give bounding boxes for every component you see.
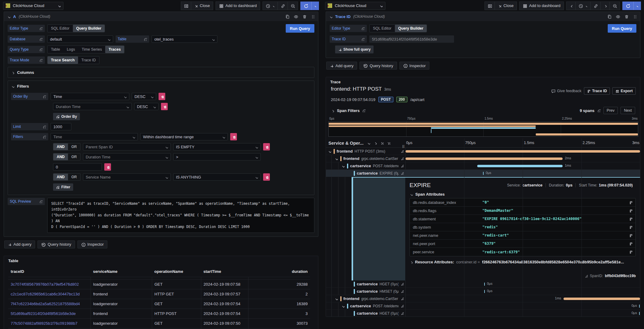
- span-link-icon[interactable]: [400, 312, 404, 315]
- span-row[interactable]: cartservice HGET (0μs) 0μs: [326, 310, 640, 317]
- column-resize-handle[interactable]: ||: [402, 145, 405, 148]
- span-row-selected[interactable]: cartservice EXPIRE (0μs 0μs: [326, 170, 640, 177]
- query-type-traces[interactable]: Traces: [105, 46, 124, 53]
- info-icon[interactable]: [597, 109, 601, 112]
- span-bar-lane[interactable]: 0μs: [405, 302, 640, 309]
- inspector-button[interactable]: Inspector: [77, 240, 107, 248]
- table-select[interactable]: otel_traces: [152, 35, 217, 43]
- copy-icon[interactable]: [629, 226, 632, 229]
- query-type-logs[interactable]: Logs: [63, 46, 78, 53]
- span-row[interactable]: cartservice POST /oteldemo 0μs: [326, 302, 640, 310]
- query-type-table[interactable]: Table: [48, 46, 63, 53]
- or-option[interactable]: OR: [68, 174, 80, 180]
- filter-operator-select[interactable]: >: [173, 153, 261, 161]
- trace-minimap[interactable]: 0μs 750μs 1.5ms 2.25ms 3ms: [328, 117, 638, 137]
- delete-query-icon[interactable]: [302, 14, 306, 19]
- filters-section-header[interactable]: Filters: [11, 83, 311, 89]
- datasource-picker[interactable]: ClickHouse Cloud: [3, 2, 63, 10]
- or-option[interactable]: OR: [68, 143, 80, 150]
- next-span-button[interactable]: Next: [621, 107, 635, 114]
- filter-field-select[interactable]: Parent Span ID: [83, 143, 171, 150]
- chevron-right-icon[interactable]: [374, 141, 377, 145]
- chevron-down-icon[interactable]: [328, 150, 332, 153]
- time-picker-button[interactable]: [576, 2, 591, 10]
- run-query-button[interactable]: Run Query: [608, 24, 636, 33]
- disable-query-eye-icon[interactable]: [616, 14, 620, 19]
- info-icon[interactable]: [39, 48, 43, 51]
- query-type-time-series[interactable]: Time Series: [78, 46, 105, 53]
- order-by-direction-select[interactable]: DESC: [132, 93, 156, 100]
- drag-handle-icon[interactable]: [633, 14, 637, 19]
- info-icon[interactable]: [39, 200, 43, 203]
- double-chevron-right-icon[interactable]: [387, 141, 390, 145]
- drag-handle-icon[interactable]: [311, 14, 315, 19]
- span-bar-lane[interactable]: 0μs: [405, 170, 640, 177]
- cell-traceid[interactable]: 7f47c62234b6bd2a5a62521875588bd4: [8, 299, 91, 309]
- span-link-icon[interactable]: [400, 157, 404, 160]
- col-header-duration[interactable]: duration: [248, 267, 310, 277]
- filter-field-select[interactable]: Time: [51, 133, 138, 140]
- run-refresh-button[interactable]: [622, 2, 633, 10]
- duplicate-query-icon[interactable]: [285, 14, 289, 19]
- zoom-out-button[interactable]: [288, 2, 298, 10]
- export-button[interactable]: Export: [612, 87, 636, 95]
- col-header-traceid[interactable]: traceID: [8, 267, 91, 277]
- close-pane-button[interactable]: Close: [191, 2, 213, 10]
- filter-operator-select[interactable]: Within dashboard time range: [140, 133, 228, 140]
- filter-field-select[interactable]: Duration Time: [83, 153, 171, 161]
- col-header-servicename[interactable]: serviceName: [91, 267, 152, 277]
- refresh-interval-dropdown[interactable]: [633, 2, 641, 10]
- span-filters-label[interactable]: Span Filters: [337, 108, 360, 113]
- span-bar-lane[interactable]: 0μs: [405, 288, 640, 295]
- add-filter-button[interactable]: Filter: [53, 183, 73, 191]
- double-chevron-down-icon[interactable]: [380, 141, 384, 145]
- inspector-button[interactable]: Inspector: [399, 62, 429, 70]
- copy-icon[interactable]: [629, 250, 632, 254]
- info-icon[interactable]: [144, 38, 147, 41]
- span-bar-lane[interactable]: [405, 148, 640, 155]
- database-select[interactable]: default: [47, 35, 113, 43]
- sql-editor-option[interactable]: SQL Editor: [370, 25, 395, 32]
- share-link-button[interactable]: [278, 2, 288, 10]
- cell-traceid[interactable]: 77fc5074882af98925b1f76c091988b7: [8, 318, 91, 328]
- span-bar-lane[interactable]: 1ms: [405, 295, 640, 302]
- copy-icon[interactable]: [629, 209, 632, 212]
- chevron-right-icon[interactable]: [331, 109, 334, 112]
- chevron-down-icon[interactable]: [341, 304, 345, 308]
- info-icon[interactable]: [39, 59, 43, 62]
- or-option[interactable]: OR: [68, 154, 80, 160]
- query-builder-option[interactable]: Query Builder: [395, 25, 427, 32]
- span-link-icon[interactable]: [400, 150, 404, 153]
- split-pane-left-button[interactable]: [485, 2, 495, 10]
- filter-field-select[interactable]: Service Name: [83, 173, 171, 181]
- resource-attributes-row[interactable]: Resource Attributes: container.id = f266…: [410, 257, 636, 266]
- span-row[interactable]: cartservice HMSET (0μs 0μs: [326, 288, 640, 295]
- remove-filter-button[interactable]: [263, 143, 270, 150]
- query-history-button[interactable]: Query history: [38, 240, 75, 248]
- filter-operator-select[interactable]: IS EMPTY: [173, 143, 261, 150]
- trace-id-option[interactable]: Trace ID: [78, 56, 99, 64]
- give-feedback-button[interactable]: Give feedback: [551, 89, 581, 93]
- col-header-operationname[interactable]: operationName: [152, 267, 201, 277]
- trace-search-option[interactable]: Trace Search: [48, 56, 78, 64]
- close-pane-button[interactable]: Close: [495, 2, 517, 10]
- span-row[interactable]: frontend grpc.oteldemo.CartSer 2ms: [326, 155, 640, 162]
- span-bar-lane[interactable]: 0μs: [405, 310, 640, 317]
- filter-operator-select[interactable]: IS ANYTHING: [173, 173, 261, 181]
- span-bar-lane[interactable]: 0μs: [405, 280, 640, 287]
- delete-query-icon[interactable]: [624, 14, 628, 19]
- info-icon[interactable]: [43, 135, 46, 139]
- disable-query-eye-icon[interactable]: [294, 14, 298, 19]
- span-link-icon[interactable]: [400, 282, 404, 286]
- query-row-header[interactable]: A (ClickHouse Cloud): [4, 12, 318, 21]
- remove-filter-button[interactable]: [104, 163, 111, 171]
- copy-icon[interactable]: [629, 201, 632, 204]
- span-link-icon[interactable]: [400, 172, 404, 175]
- split-pane-right-button[interactable]: [181, 2, 191, 10]
- info-icon[interactable]: [361, 38, 365, 41]
- order-by-field-select[interactable]: Time: [51, 93, 129, 100]
- copy-trace-id-button[interactable]: Trace ID: [584, 87, 610, 95]
- order-by-field-select[interactable]: Duration Time: [53, 103, 132, 110]
- cell-traceid[interactable]: 3c7074f085679976b07a79ef5476d802: [8, 279, 91, 289]
- span-link-icon[interactable]: [400, 164, 404, 168]
